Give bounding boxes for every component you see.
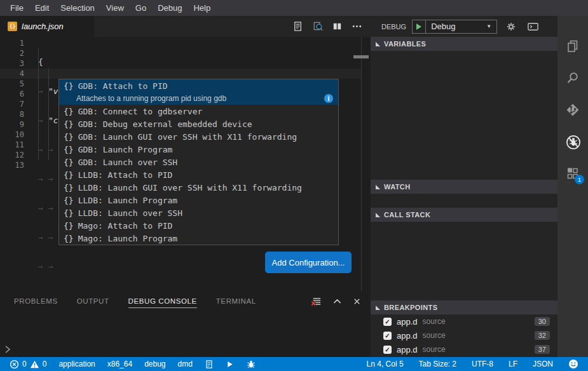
menu-item-go[interactable]: Go <box>130 3 152 13</box>
status-arch[interactable]: x86_64 <box>104 360 135 368</box>
tab-problems[interactable]: PROBLEMS <box>14 295 58 307</box>
breakpoints-body: app.d source 30 app.d source 32 app.d so… <box>371 314 557 356</box>
menu-item-selection[interactable]: Selection <box>55 3 100 13</box>
object-icon: {} <box>64 196 74 205</box>
menu-item-file[interactable]: File <box>4 3 29 13</box>
start-debug-button[interactable] <box>413 20 426 33</box>
menu-item-help[interactable]: Help <box>188 3 216 13</box>
gear-icon[interactable] <box>505 21 517 32</box>
tab-terminal[interactable]: TERMINAL <box>216 295 256 307</box>
menu-item-debug[interactable]: Debug <box>152 3 188 13</box>
tab-launch-json[interactable]: launch.json <box>0 16 94 37</box>
status-cursor-position[interactable]: Ln 4, Col 5 <box>364 360 407 368</box>
debug-console-output[interactable] <box>0 311 371 344</box>
line-number: 10 <box>0 130 24 140</box>
debug-console-toggle-icon[interactable] <box>527 22 539 32</box>
breakpoint-line-badge: 30 <box>535 317 550 326</box>
suggest-item[interactable]: {}LLDB: Launch Program <box>59 194 338 206</box>
add-configuration-button[interactable]: Add Configuration... <box>265 252 352 273</box>
section-header-call-stack[interactable]: CALL STACK <box>371 208 557 222</box>
line-number: 6 <box>0 89 24 99</box>
suggest-item-selected[interactable]: {} GDB: Attach to PID Attaches to a runn… <box>59 79 338 105</box>
whitespace-tab-icon <box>38 233 48 243</box>
line-number: 12 <box>0 150 24 160</box>
suggest-item[interactable]: {}LLDB: Launch GUI over SSH with X11 for… <box>59 181 338 194</box>
close-panel-icon[interactable] <box>352 297 362 306</box>
breakpoint-row[interactable]: app.d source 32 <box>371 328 557 342</box>
status-tab-size[interactable]: Tab Size: 2 <box>416 360 460 368</box>
status-bug-icon[interactable] <box>243 360 259 369</box>
watch-body[interactable] <box>371 194 557 208</box>
status-run-icon[interactable] <box>222 360 237 368</box>
clear-console-icon[interactable] <box>310 295 322 307</box>
line-number: 11 <box>0 140 24 150</box>
section-header-watch[interactable]: WATCH <box>371 180 557 194</box>
search-icon[interactable] <box>565 71 580 86</box>
configuration-select[interactable]: Debug ▼ <box>426 20 496 33</box>
status-language-mode[interactable]: JSON <box>530 360 556 368</box>
suggest-item[interactable]: {}GDB: Launch Program <box>59 143 338 156</box>
status-bar-right: Ln 4, Col 5 Tab Size: 2 UTF-8 LF JSON <box>355 359 582 369</box>
suggest-item[interactable]: {}GDB: Launch over SSH <box>59 156 338 168</box>
open-preview-icon[interactable] <box>292 20 304 32</box>
status-file-icon[interactable] <box>202 360 217 369</box>
status-encoding[interactable]: UTF-8 <box>468 360 496 368</box>
whitespace-tab-icon <box>48 174 58 184</box>
object-icon: {} <box>64 158 74 167</box>
twistie-icon <box>376 306 380 310</box>
maximize-panel-icon[interactable] <box>332 296 343 307</box>
variables-body[interactable] <box>371 51 557 180</box>
breakpoint-checkbox[interactable] <box>383 332 392 340</box>
status-application[interactable]: application <box>55 360 98 368</box>
line-number: 5 <box>0 79 24 89</box>
status-eol[interactable]: LF <box>505 360 521 368</box>
split-editor-icon[interactable] <box>331 20 343 32</box>
launch-control: Debug ▼ <box>412 20 497 34</box>
source-control-icon[interactable] <box>565 102 580 118</box>
suggest-item[interactable]: {}LLDB: Launch over SSH <box>59 206 338 219</box>
line-number: 9 <box>0 119 24 130</box>
tab-output[interactable]: OUTPUT <box>77 295 109 307</box>
breakpoint-checkbox[interactable] <box>383 346 392 354</box>
breakpoint-row[interactable]: app.d source 30 <box>371 314 557 328</box>
status-build-type[interactable]: debug <box>141 360 168 368</box>
warning-count: 0 <box>43 360 47 368</box>
suggest-item[interactable]: {}Mago: Attach to PID <box>59 219 338 232</box>
suggest-item[interactable]: {}GDB: Launch GUI over SSH with X11 forw… <box>59 130 338 143</box>
more-actions-icon[interactable] <box>351 20 363 32</box>
section-header-breakpoints[interactable]: BREAKPOINTS <box>371 300 557 314</box>
suggest-item[interactable]: {}GDB: Connect to gdbserver <box>59 105 338 118</box>
menu-item-edit[interactable]: Edit <box>29 3 55 13</box>
debug-icon[interactable] <box>565 134 580 149</box>
bottom-panel: PROBLEMS OUTPUT DEBUG CONSOLE TERMINAL <box>0 291 371 357</box>
suggest-label: Mago: Attach to PID <box>78 221 173 231</box>
suggest-item[interactable]: {}GDB: Debug external embedded device <box>59 118 338 130</box>
breakpoint-row[interactable]: app.d source 37 <box>371 342 557 356</box>
section-header-variables[interactable]: VARIABLES <box>371 37 557 51</box>
status-compiler[interactable]: dmd <box>175 360 196 368</box>
object-icon: {} <box>64 81 74 91</box>
code-token: { <box>38 57 43 67</box>
debug-title: DEBUG <box>381 23 406 30</box>
feedback-smiley-icon[interactable] <box>565 359 582 369</box>
extensions-icon[interactable]: 1 <box>565 166 580 181</box>
suggest-label: GDB: Launch over SSH <box>78 158 178 167</box>
menu-item-view[interactable]: View <box>100 3 130 13</box>
suggest-item[interactable]: {}LLDB: Attach to PID <box>59 168 338 181</box>
whitespace-tab-icon <box>38 86 48 97</box>
info-icon[interactable]: i <box>324 94 333 103</box>
breakpoint-origin: source <box>423 317 446 326</box>
line-number: 13 <box>0 160 24 170</box>
console-prompt-icon[interactable] <box>4 345 11 354</box>
problems-indicator[interactable]: 0 0 <box>6 360 50 369</box>
breakpoint-checkbox[interactable] <box>383 318 392 326</box>
suggest-item[interactable]: {}Mago: Launch Program <box>59 232 338 245</box>
suggest-description-row: Attaches to a running program pid using … <box>59 92 338 105</box>
panel-tab-bar: PROBLEMS OUTPUT DEBUG CONSOLE TERMINAL <box>0 291 371 311</box>
code-editor[interactable]: 1 2 3 4 5 6 7 8 9 10 11 12 13 { "version… <box>0 37 371 291</box>
search-in-file-icon[interactable] <box>311 20 324 32</box>
call-stack-body[interactable] <box>371 222 557 300</box>
warning-icon <box>30 360 39 369</box>
explorer-icon[interactable] <box>565 39 580 54</box>
tab-debug-console[interactable]: DEBUG CONSOLE <box>128 295 197 308</box>
